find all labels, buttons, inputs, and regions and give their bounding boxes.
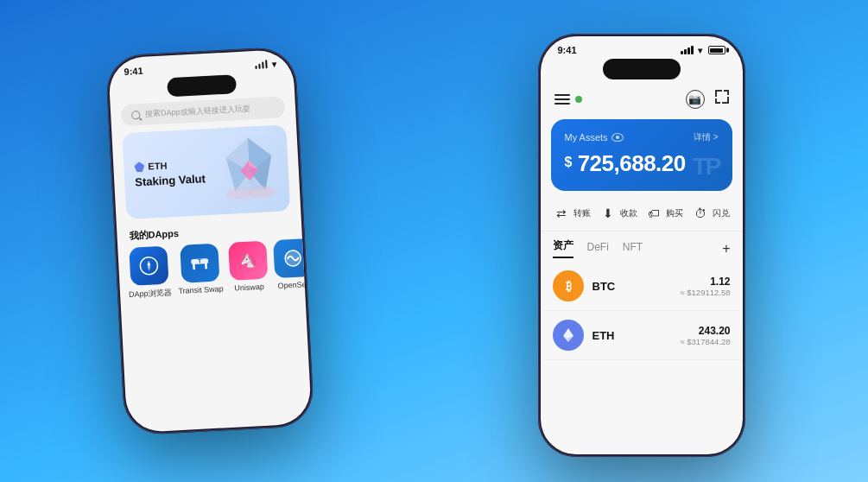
svg-text:🦄: 🦄 [238, 251, 257, 269]
camera-icon[interactable]: 📷 [686, 90, 705, 109]
bitcoin-symbol: ₿ [559, 276, 578, 295]
signal-icon [254, 60, 267, 69]
tab-nft[interactable]: NFT [623, 241, 643, 257]
assets-title-text: My Assets [565, 132, 608, 143]
eth-usd: ≈ $317844.28 [680, 337, 730, 346]
banner-coin-row: ETH [134, 158, 205, 172]
eth-amount: 243.20 [680, 325, 730, 337]
right-dynamic-island [603, 59, 681, 79]
btc-values: 1.12 ≈ $129112.58 [680, 276, 730, 297]
dapp-icon-uniswap: 🦄 [227, 241, 267, 281]
left-phone: 9:41 ▾ 搜索DApp或输入链接进入玩耍 [105, 47, 314, 436]
hamburger-icon[interactable] [554, 94, 570, 105]
action-transfer-label: 转账 [573, 207, 591, 219]
menu-dot-group [554, 94, 582, 105]
left-time: 9:41 [124, 66, 143, 77]
tab-defi[interactable]: DeFi [587, 241, 609, 257]
action-receive-label: 收款 [620, 207, 637, 219]
receive-icon: ⬇ [599, 205, 617, 222]
search-icon [130, 111, 140, 120]
right-wifi-icon: ▾ [698, 46, 702, 55]
currency-symbol: $ [565, 155, 572, 170]
dapp-item-uniswap[interactable]: 🦄 Uniswap [227, 241, 268, 295]
wifi-icon: ▾ [271, 59, 276, 68]
right-phone-screen: 9:41 ▾ [541, 36, 743, 454]
online-indicator [575, 96, 582, 103]
eth-coin-icon [553, 320, 584, 351]
action-transfer[interactable]: ⇄ 转账 [553, 205, 591, 222]
right-phone: 9:41 ▾ [538, 34, 745, 457]
action-row: ⇄ 转账 ⬇ 收款 🏷 购买 ⏱ 闪兑 [541, 200, 743, 231]
action-buy[interactable]: 🏷 购买 [645, 205, 683, 222]
svg-text:₿: ₿ [565, 279, 571, 293]
btc-name: BTC [592, 280, 672, 293]
banner-text: ETH Staking Valut [134, 158, 206, 189]
dapp-label-opensea: OpenSea [277, 280, 311, 290]
left-dynamic-island [167, 74, 237, 97]
svg-marker-11 [147, 265, 150, 271]
swap-icon: ⏱ [692, 205, 709, 222]
asset-row-eth[interactable]: ETH 243.20 ≈ $317844.28 [541, 311, 743, 360]
assets-header: My Assets 详情 > [565, 131, 719, 143]
right-time: 9:41 [558, 45, 577, 55]
search-bar[interactable]: 搜索DApp或输入链接进入玩耍 [120, 96, 285, 126]
banner-line1: Staking Valut [134, 172, 205, 188]
dapp-icon-transit: T [179, 244, 219, 283]
crystal-decoration [217, 132, 281, 205]
btc-amount: 1.12 [680, 276, 730, 288]
eth-banner[interactable]: ETH Staking Valut [122, 124, 290, 219]
tp-watermark: TP [693, 153, 720, 181]
eye-icon[interactable] [611, 133, 624, 142]
asset-row-btc[interactable]: ₿ BTC 1.12 ≈ $129112.58 [541, 262, 743, 311]
btc-usd: ≈ $129112.58 [680, 288, 730, 297]
dapp-item-transit[interactable]: T Transit Swap [175, 243, 223, 298]
dapp-icon-opensea [272, 238, 311, 278]
transfer-icon: ⇄ [553, 205, 570, 222]
action-swap-label: 闪兑 [713, 207, 730, 219]
buy-icon: 🏷 [645, 205, 662, 222]
eth-name: ETH [592, 329, 672, 342]
battery-icon [708, 46, 725, 54]
right-status-right: ▾ [681, 46, 725, 55]
btc-icon: ₿ [553, 270, 584, 301]
asset-tabs: 资产 DeFi NFT + [541, 231, 743, 262]
scan-icon[interactable] [715, 90, 729, 104]
dapp-label-transit: Transit Swap [178, 284, 224, 295]
action-buy-label: 购买 [666, 207, 683, 219]
eth-icon [134, 162, 145, 173]
dapp-icon-browser [129, 246, 168, 286]
left-phone-screen: 9:41 ▾ 搜索DApp或输入链接进入玩耍 [107, 49, 311, 434]
opensea-icon [281, 246, 304, 270]
assets-title: My Assets [565, 132, 624, 143]
dapp-item-browser[interactable]: DApp浏览器 [126, 245, 172, 301]
search-placeholder: 搜索DApp或输入链接进入玩耍 [144, 103, 250, 119]
tab-add-button[interactable]: + [722, 241, 730, 257]
action-receive[interactable]: ⬇ 收款 [599, 205, 637, 222]
dapp-label-browser: DApp浏览器 [128, 287, 171, 301]
assets-detail[interactable]: 详情 > [694, 131, 719, 143]
svg-text:T: T [197, 258, 201, 264]
compass-icon [137, 255, 159, 276]
left-status-right: ▾ [254, 59, 277, 69]
dapp-label-uniswap: Uniswap [234, 282, 264, 293]
right-signal-icon [681, 46, 694, 54]
action-swap[interactable]: ⏱ 闪兑 [692, 205, 730, 222]
banner-subtitle: Staking Valut [134, 172, 205, 189]
top-right-actions: 📷 [686, 90, 729, 109]
assets-card[interactable]: My Assets 详情 > $ 725,688.20 TP [551, 119, 732, 191]
tab-assets[interactable]: 资产 [553, 238, 573, 258]
amount-value: 725,688.20 [578, 150, 686, 176]
banner-coin: ETH [148, 161, 168, 172]
dapp-item-opensea[interactable]: OpenSea [272, 238, 311, 293]
ethereum-symbol [559, 326, 578, 345]
phones-container: 9:41 ▾ 搜索DApp或输入链接进入玩耍 [46, 16, 823, 466]
unicorn-icon: 🦄 [237, 250, 258, 271]
top-icons-row: 📷 [541, 86, 743, 116]
transit-icon: T [187, 251, 211, 275]
eth-values: 243.20 ≈ $317844.28 [680, 325, 730, 346]
right-status-bar: 9:41 ▾ [541, 36, 743, 59]
dapps-row: DApp浏览器 T Transit Swap [117, 238, 305, 301]
